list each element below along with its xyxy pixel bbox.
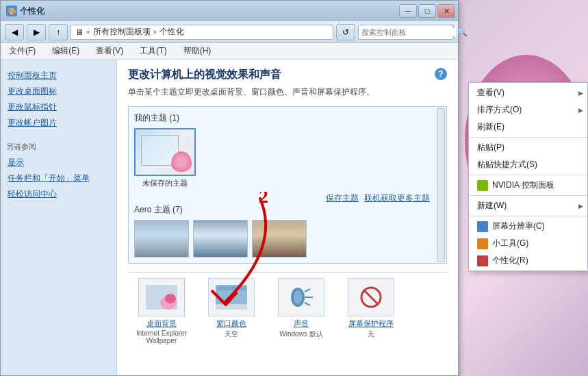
color-sublabel: 天空	[201, 329, 262, 339]
aero-preview-1	[134, 220, 189, 258]
aero-theme-3[interactable]	[252, 220, 308, 258]
save-theme-link[interactable]: 保存主题	[326, 192, 359, 204]
menu-help[interactable]: 帮助(H)	[181, 44, 214, 58]
ctx-paste-shortcut[interactable]: 粘贴快捷方式(S)	[469, 156, 587, 173]
aero-preview-3	[252, 220, 307, 258]
svg-point-2	[165, 294, 176, 303]
aero-theme-2[interactable]	[193, 220, 249, 258]
screensaver-icon-wrap	[348, 278, 394, 316]
ctx-nvidia-label: NVIDIA 控制面板	[492, 179, 554, 191]
forward-button[interactable]: ▶	[27, 24, 46, 40]
ctx-paste-label: 粘贴(P)	[477, 142, 504, 153]
background-label[interactable]: 桌面背景	[131, 318, 192, 329]
unsaved-theme-name: 未保存的主题	[134, 178, 196, 188]
breadcrumb-part1[interactable]: 所有控制面板项	[93, 26, 151, 38]
sidebar-item-account-pic[interactable]: 更改帐户图片	[6, 115, 111, 131]
color-label[interactable]: 窗口颜色	[201, 318, 262, 329]
sidebar-item-home[interactable]: 控制面板主页	[6, 68, 111, 84]
get-more-link[interactable]: 联机获取更多主题	[364, 192, 430, 204]
sound-label[interactable]: 声音	[270, 318, 332, 329]
ctx-paste-shortcut-label: 粘贴快捷方式(S)	[477, 159, 537, 171]
refresh-button[interactable]: ↺	[336, 24, 355, 40]
screensaver-label[interactable]: 屏幕保护程序	[340, 318, 402, 329]
help-icon[interactable]: ?	[435, 68, 447, 80]
screensaver-sublabel: 无	[340, 329, 402, 339]
ctx-new-label: 新建(W)	[477, 200, 507, 212]
ctx-view[interactable]: 查看(V)	[469, 84, 587, 101]
ctx-sep-3	[469, 195, 587, 196]
sidebar-item-ease-access[interactable]: 轻松访问中心	[6, 186, 111, 202]
sound-icon-wrap	[278, 278, 324, 316]
sidebar-item-desktop-icons[interactable]: 更改桌面图标	[6, 84, 111, 99]
ctx-sep-2	[469, 175, 587, 175]
ctx-paste[interactable]: 粘贴(P)	[469, 139, 587, 156]
breadcrumb-sep2: »	[153, 28, 157, 36]
menu-view[interactable]: 查看(V)	[93, 44, 126, 58]
window-title: 个性化	[20, 5, 44, 17]
svg-rect-4	[217, 286, 246, 290]
search-icon: 🔍	[457, 27, 468, 37]
maximize-button[interactable]: □	[418, 4, 436, 18]
title-bar-left: 🎨 个性化	[6, 5, 44, 17]
ctx-resolution[interactable]: 屏幕分辨率(C)	[469, 218, 587, 235]
ctx-view-label: 查看(V)	[477, 87, 504, 99]
sidebar-item-display[interactable]: 显示	[6, 155, 111, 171]
ctx-sort-label: 排序方式(O)	[477, 104, 522, 116]
main-window: 🎨 个性化 ─ □ ✕ ◀ ▶ ↑ 🖥 « 所有控制面板项 » 个性化 ↺ 🔍 …	[0, 0, 459, 376]
menu-tools[interactable]: 工具(T)	[137, 44, 169, 58]
aero-theme-1[interactable]	[134, 220, 190, 258]
ctx-new[interactable]: 新建(W)	[469, 197, 587, 214]
main-area: 控制面板主页 更改桌面图标 更改鼠标指针 更改帐户图片 另请参阅 显示 任务栏和…	[1, 60, 458, 375]
sidebar-also-section: 另请参阅	[6, 142, 111, 152]
ctx-refresh-label: 刷新(E)	[477, 121, 504, 133]
breadcrumb-icon: 🖥	[75, 27, 84, 37]
title-controls: ─ □ ✕	[399, 4, 455, 18]
sidebar-item-mouse[interactable]: 更改鼠标指针	[6, 99, 111, 115]
bottom-item-screensaver[interactable]: 屏幕保护程序 无	[340, 278, 402, 344]
color-icon	[214, 284, 248, 311]
aero-section-label: Aero 主题 (7)	[134, 204, 441, 216]
back-button[interactable]: ◀	[5, 24, 24, 40]
ctx-personalize[interactable]: 个性化(R)	[469, 252, 587, 269]
resolution-icon	[477, 221, 488, 232]
color-icon-wrap	[208, 278, 255, 316]
background-icon-wrap	[138, 278, 185, 316]
sidebar-item-taskbar[interactable]: 任务栏和「开始」菜单	[6, 171, 111, 186]
page-title: 更改计算机上的视觉效果和声音	[128, 68, 447, 82]
svg-point-7	[294, 290, 302, 304]
bottom-item-sound[interactable]: 声音 Windows 默认	[270, 278, 332, 344]
background-sublabel: Internet ExplorerWallpaper	[131, 329, 192, 344]
search-box[interactable]: 🔍	[358, 25, 454, 40]
title-bar: 🎨 个性化 ─ □ ✕	[1, 1, 458, 21]
sound-sublabel: Windows 默认	[270, 329, 332, 339]
svg-line-12	[363, 290, 379, 305]
bottom-item-background[interactable]: 桌面背景 Internet ExplorerWallpaper	[131, 278, 192, 344]
ctx-nvidia[interactable]: NVIDIA 控制面板	[469, 177, 587, 194]
ctx-sort[interactable]: 排序方式(O)	[469, 101, 587, 118]
nvidia-icon	[477, 180, 488, 191]
personalize-icon	[477, 255, 488, 266]
breadcrumb[interactable]: 🖥 « 所有控制面板项 » 个性化	[71, 25, 333, 40]
close-button[interactable]: ✕	[437, 4, 455, 18]
sidebar: 控制面板主页 更改桌面图标 更改鼠标指针 更改帐户图片 另请参阅 显示 任务栏和…	[1, 60, 117, 375]
bottom-item-color[interactable]: 窗口颜色 天空	[201, 278, 262, 344]
svg-rect-5	[216, 304, 247, 310]
minimize-button[interactable]: ─	[399, 4, 417, 18]
menu-edit[interactable]: 编辑(E)	[49, 44, 82, 58]
theme-actions: 保存主题 联机获取更多主题	[134, 192, 430, 204]
theme-preview-unsaved	[134, 128, 196, 176]
svg-line-8	[305, 289, 310, 292]
ctx-personalize-label: 个性化(R)	[492, 255, 528, 266]
breadcrumb-part2[interactable]: 个性化	[159, 26, 184, 38]
search-input[interactable]	[361, 28, 456, 36]
theme-scrollbar[interactable]	[437, 108, 445, 262]
up-button[interactable]: ↑	[49, 24, 68, 40]
sound-icon	[284, 284, 318, 311]
ctx-gadget[interactable]: 小工具(G)	[469, 235, 587, 252]
ctx-sep-4	[469, 216, 587, 216]
ctx-refresh[interactable]: 刷新(E)	[469, 118, 587, 136]
unsaved-theme[interactable]: 未保存的主题	[134, 128, 196, 188]
menu-file[interactable]: 文件(F)	[6, 44, 38, 58]
context-menu: 查看(V) 排序方式(O) 刷新(E) 粘贴(P) 粘贴快捷方式(S) NVID…	[468, 82, 588, 271]
background-icon	[144, 284, 179, 311]
